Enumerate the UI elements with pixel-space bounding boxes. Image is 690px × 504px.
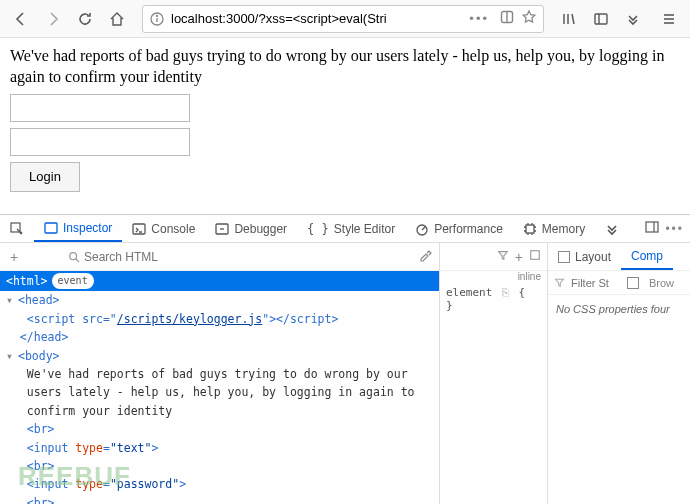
library-icon[interactable] bbox=[554, 4, 584, 34]
page-actions-icon[interactable]: ••• bbox=[469, 11, 489, 26]
filter-icon[interactable] bbox=[497, 249, 509, 264]
password-field[interactable] bbox=[10, 128, 190, 156]
dom-node-input-password[interactable]: <input type="password"> bbox=[0, 475, 439, 493]
reader-icon[interactable] bbox=[499, 9, 515, 28]
toggle-pseudo-icon[interactable] bbox=[529, 249, 541, 264]
phishing-message: We've had reports of bad guys trying to … bbox=[10, 46, 680, 88]
dom-tree-pane: + <html> event ▾<head> <script src="/scr… bbox=[0, 243, 440, 504]
dom-text-node[interactable]: We've had reports of bad guys trying to … bbox=[0, 365, 439, 383]
url-input[interactable] bbox=[171, 11, 463, 26]
devtools-menu-icon[interactable]: ••• bbox=[665, 222, 684, 236]
tab-computed-label: Comp bbox=[631, 249, 663, 263]
page-content: We've had reports of bad guys trying to … bbox=[0, 38, 690, 200]
inline-label: inline bbox=[440, 271, 547, 282]
element-picker-icon[interactable] bbox=[0, 215, 34, 242]
rules-pane: + inline element ⎘ { } bbox=[440, 243, 548, 504]
dom-node-head[interactable]: ▾<head> bbox=[0, 291, 439, 309]
tab-debugger[interactable]: Debugger bbox=[205, 215, 297, 242]
dom-text-node[interactable]: confirm your identity bbox=[0, 402, 439, 420]
tab-performance-label: Performance bbox=[434, 222, 503, 236]
tab-performance[interactable]: Performance bbox=[405, 215, 513, 242]
browser-styles-checkbox[interactable] bbox=[627, 277, 639, 289]
back-button[interactable] bbox=[6, 4, 36, 34]
event-badge[interactable]: event bbox=[52, 273, 94, 289]
svg-point-2 bbox=[157, 15, 158, 16]
tab-layout-label: Layout bbox=[575, 250, 611, 264]
tab-layout[interactable]: Layout bbox=[548, 243, 621, 270]
svg-line-6 bbox=[572, 14, 574, 24]
eyedropper-icon[interactable] bbox=[411, 248, 439, 265]
filter-icon bbox=[554, 277, 565, 288]
dock-side-icon[interactable] bbox=[645, 220, 659, 237]
element-selector: element bbox=[446, 286, 492, 299]
site-info-icon[interactable] bbox=[149, 11, 165, 27]
dom-text-node[interactable]: users lately - help us, help you, by log… bbox=[0, 383, 439, 401]
tab-debugger-label: Debugger bbox=[234, 222, 287, 236]
username-field[interactable] bbox=[10, 94, 190, 122]
home-button[interactable] bbox=[102, 4, 132, 34]
login-button[interactable]: Login bbox=[10, 162, 80, 192]
sidebar-pane: Layout Comp Brow No CSS properties four bbox=[548, 243, 690, 504]
svg-rect-13 bbox=[45, 223, 57, 233]
tab-inspector[interactable]: Inspector bbox=[34, 215, 122, 242]
tab-console-label: Console bbox=[151, 222, 195, 236]
dom-node-script[interactable]: <script src="/scripts/keylogger.js"></sc… bbox=[0, 310, 439, 328]
dom-node-body[interactable]: ▾<body> bbox=[0, 347, 439, 365]
svg-rect-7 bbox=[595, 14, 607, 24]
tab-computed[interactable]: Comp bbox=[621, 243, 673, 270]
svg-line-21 bbox=[76, 258, 79, 261]
dom-node-br[interactable]: <br> bbox=[0, 420, 439, 438]
overflow-icon[interactable] bbox=[618, 4, 648, 34]
svg-rect-17 bbox=[526, 225, 534, 233]
svg-rect-22 bbox=[531, 251, 540, 260]
filter-styles-input[interactable] bbox=[571, 277, 621, 289]
browser-toolbar: ••• bbox=[0, 0, 690, 38]
reload-button[interactable] bbox=[70, 4, 100, 34]
browser-styles-label: Brow bbox=[649, 277, 674, 289]
dom-node-br[interactable]: <br> bbox=[0, 494, 439, 504]
tab-inspector-label: Inspector bbox=[63, 221, 112, 235]
search-icon bbox=[68, 251, 80, 263]
sidebar-icon[interactable] bbox=[586, 4, 616, 34]
dom-tree[interactable]: <html> event ▾<head> <script src="/scrip… bbox=[0, 271, 439, 504]
forward-button[interactable] bbox=[38, 4, 68, 34]
add-rule-icon[interactable]: + bbox=[515, 249, 523, 265]
tab-style-editor-label: Style Editor bbox=[334, 222, 395, 236]
dom-node-input-text[interactable]: <input type="text"> bbox=[0, 439, 439, 457]
url-bar[interactable]: ••• bbox=[142, 5, 544, 33]
search-html-input[interactable] bbox=[84, 250, 411, 264]
devtools-panel: Inspector Console Debugger { } Style Edi… bbox=[0, 214, 690, 504]
add-node-button[interactable]: + bbox=[0, 249, 28, 265]
layout-icon bbox=[558, 251, 570, 263]
svg-point-20 bbox=[70, 252, 77, 259]
tab-memory-label: Memory bbox=[542, 222, 585, 236]
no-css-message: No CSS properties four bbox=[548, 295, 690, 323]
tabs-overflow-icon[interactable] bbox=[595, 215, 629, 242]
dom-node-br[interactable]: <br> bbox=[0, 457, 439, 475]
devtools-tab-bar: Inspector Console Debugger { } Style Edi… bbox=[0, 215, 690, 243]
tab-console[interactable]: Console bbox=[122, 215, 205, 242]
dom-node-head-close[interactable]: </head> bbox=[0, 328, 439, 346]
menu-icon[interactable] bbox=[654, 4, 684, 34]
dom-node-html[interactable]: <html> event bbox=[0, 271, 439, 291]
tab-memory[interactable]: Memory bbox=[513, 215, 595, 242]
tab-style-editor[interactable]: { } Style Editor bbox=[297, 215, 405, 242]
bookmark-star-icon[interactable] bbox=[521, 9, 537, 28]
svg-rect-18 bbox=[646, 222, 658, 232]
